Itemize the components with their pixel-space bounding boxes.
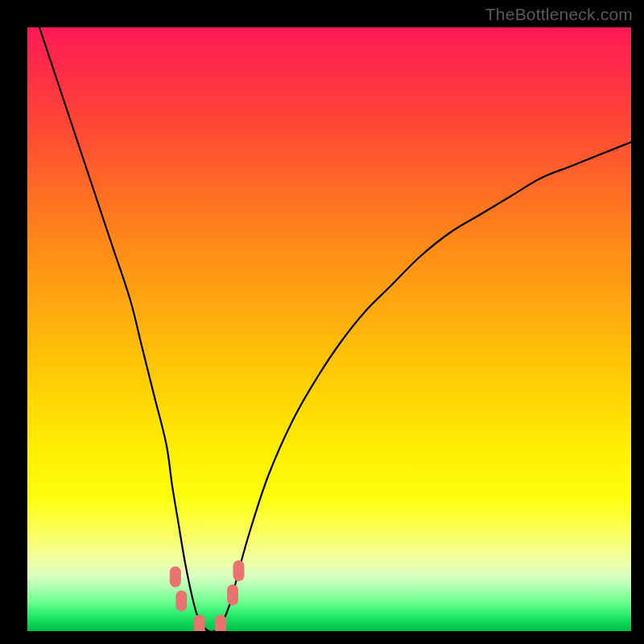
curve-marker: [215, 615, 226, 632]
chart-frame: TheBottleneck.com: [0, 0, 644, 644]
curve-marker: [194, 615, 205, 632]
curve-marker: [170, 567, 181, 588]
attribution-text: TheBottleneck.com: [485, 5, 633, 24]
curve-marker: [175, 591, 187, 612]
curve-marker: [227, 584, 238, 605]
curve-markers: [170, 560, 245, 631]
curve-layer: [27, 27, 631, 631]
bottleneck-curve: [39, 27, 631, 631]
curve-marker: [233, 560, 245, 581]
plot-area: [27, 27, 631, 631]
